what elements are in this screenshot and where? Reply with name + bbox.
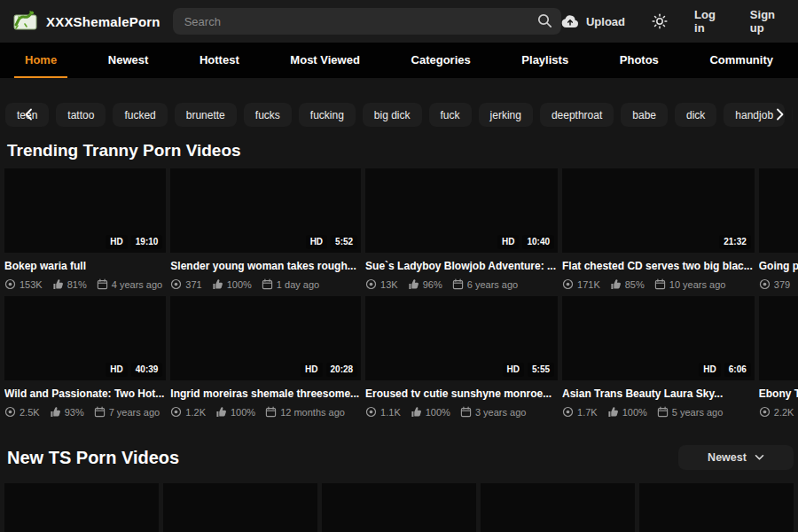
- video-thumbnail[interactable]: HD 5:52: [170, 168, 361, 253]
- theme-toggle-icon[interactable]: [652, 13, 668, 29]
- thumbs-up-icon: [52, 278, 64, 290]
- video-card[interactable]: HD 20:28 Ingrid moreiras shemale threeso…: [170, 296, 361, 418]
- tag-chip[interactable]: brunette: [175, 103, 237, 127]
- video-title[interactable]: Flat chested CD serves two big blac...: [562, 260, 755, 273]
- video-title[interactable]: Ingrid moreiras shemale threesome...: [170, 387, 361, 401]
- upload-age: 10 years ago: [669, 279, 726, 290]
- tag-chip[interactable]: dick: [675, 103, 716, 127]
- video-thumbnail[interactable]: HD 19:10: [4, 168, 166, 253]
- age-stat: 7 years ago: [94, 406, 160, 418]
- scroll-right-icon[interactable]: [771, 106, 787, 126]
- video-card[interactable]: HD 19:10 Bokep waria full 153K: [4, 168, 166, 290]
- nav-item[interactable]: Photos: [609, 43, 669, 78]
- tag-chip[interactable]: fucking: [299, 103, 356, 127]
- video-card[interactable]: HD 6:02 Going panty-free in a denim skir…: [759, 168, 798, 290]
- main-nav: Home Newest Hottest Most Viewed Categori…: [0, 43, 798, 78]
- hd-badge: HD: [301, 363, 322, 377]
- tag-chip[interactable]: c: [792, 103, 793, 127]
- video-stats: 13K 96% 6 years ago: [365, 278, 558, 290]
- nav-item[interactable]: Community: [699, 43, 784, 78]
- site-title: XXXShemalePorn: [46, 14, 160, 29]
- video-thumbnail[interactable]: HD 6:02: [759, 168, 798, 253]
- video-title[interactable]: Sue`s Ladyboy Blowjob Adventure: ...: [365, 260, 558, 273]
- views-icon: [4, 406, 16, 418]
- video-stats: 1.1K 100% 3 years ago: [365, 406, 558, 418]
- signup-link[interactable]: Sign up: [750, 8, 786, 35]
- calendar-icon: [452, 278, 464, 290]
- video-thumbnail[interactable]: HD 40:39: [4, 296, 166, 380]
- video-thumbnail[interactable]: [481, 483, 635, 532]
- video-thumbnail[interactable]: HD 10:40: [365, 168, 558, 253]
- video-thumbnail[interactable]: HD 6:06: [562, 296, 755, 380]
- video-card[interactable]: HD 6:06 Ebony TS Chanel Couture Assbangs…: [759, 296, 798, 418]
- new-section-title: New TS Porn Videos: [7, 447, 179, 468]
- video-card[interactable]: HD 40:39 Wild and Passionate: Two Hot...…: [4, 296, 166, 418]
- tag-list: teen tattoo fucked brunette fucks fuckin…: [5, 103, 793, 127]
- nav-item[interactable]: Categories: [401, 43, 481, 78]
- nav-item[interactable]: Hottest: [189, 43, 250, 78]
- search-input[interactable]: [173, 15, 561, 28]
- video-title[interactable]: Bokep waria full: [4, 260, 166, 273]
- upload-age: 4 years ago: [112, 279, 162, 290]
- views-icon: [365, 278, 377, 290]
- video-title[interactable]: Wild and Passionate: Two Hot...: [4, 387, 166, 401]
- upload-button[interactable]: Upload: [561, 14, 625, 28]
- hd-badge: HD: [503, 363, 524, 377]
- views-stat: 153K: [4, 278, 43, 290]
- video-card[interactable]: HD 5:52 Slender young woman takes rough.…: [170, 168, 361, 290]
- calendar-icon: [262, 278, 273, 290]
- tag-chip[interactable]: jerking: [479, 103, 533, 127]
- tag-chip[interactable]: fuck: [429, 103, 472, 127]
- upload-label: Upload: [586, 15, 625, 28]
- site-logo[interactable]: XXXShemalePorn: [12, 10, 160, 33]
- tag-chip[interactable]: tattoo: [56, 103, 106, 127]
- video-card[interactable]: HD 10:40 Sue`s Ladyboy Blowjob Adventure…: [365, 168, 558, 290]
- tag-chip[interactable]: fucks: [244, 103, 292, 127]
- video-stats: 2.5K 93% 7 years ago: [4, 406, 166, 418]
- age-stat: 1 day ago: [262, 278, 319, 290]
- thumbs-up-icon: [610, 278, 622, 290]
- video-thumbnail[interactable]: 21:32: [562, 168, 755, 253]
- views-count: 171K: [577, 279, 600, 290]
- header-actions: Upload Log in Sign up: [561, 8, 786, 35]
- views-stat: 371: [170, 278, 201, 290]
- calendar-icon: [654, 278, 666, 290]
- video-card[interactable]: 21:32 Flat chested CD serves two big bla…: [562, 168, 755, 290]
- thumbnail-badges: HD 10:40: [497, 235, 554, 249]
- video-card[interactable]: HD 5:55 Eroused tv cutie sunshyne monroe…: [365, 296, 558, 418]
- sort-dropdown[interactable]: Newest: [678, 445, 794, 470]
- views-icon: [4, 278, 16, 290]
- video-stats: 171K 85% 10 years ago: [562, 278, 755, 290]
- video-card[interactable]: HD 6:06 Asian Trans Beauty Laura Sky... …: [562, 296, 755, 418]
- video-title[interactable]: Slender young woman takes rough...: [170, 260, 361, 273]
- search-bar[interactable]: [173, 8, 561, 35]
- video-thumbnail[interactable]: HD 6:06: [759, 296, 798, 380]
- nav-item[interactable]: Newest: [98, 43, 160, 78]
- video-title[interactable]: Going panty-free in a denim skirt: a...: [759, 260, 798, 273]
- views-count: 2.2K: [774, 407, 794, 418]
- video-title[interactable]: Eroused tv cutie sunshyne monroe...: [365, 387, 558, 401]
- video-title[interactable]: Asian Trans Beauty Laura Sky...: [562, 387, 755, 401]
- nav-item[interactable]: Home: [14, 43, 67, 78]
- login-link[interactable]: Log in: [694, 8, 724, 35]
- video-thumbnail[interactable]: [639, 483, 794, 532]
- video-thumbnail[interactable]: [322, 483, 476, 532]
- nav-item[interactable]: Most Viewed: [279, 43, 371, 78]
- video-stats: 1.2K 100% 12 months ago: [170, 406, 361, 418]
- video-thumbnail[interactable]: HD 20:28: [170, 296, 361, 380]
- nav-item[interactable]: Playlists: [511, 43, 579, 78]
- tag-chip[interactable]: babe: [621, 103, 668, 127]
- tag-chip[interactable]: fucked: [113, 103, 167, 127]
- scroll-left-icon[interactable]: [21, 106, 37, 126]
- video-thumbnail[interactable]: [4, 483, 159, 532]
- tag-chip[interactable]: big dick: [363, 103, 422, 127]
- likes-percent: 93%: [65, 407, 84, 418]
- tag-chip[interactable]: deepthroat: [540, 103, 614, 127]
- tags-row: teen tattoo fucked brunette fucks fuckin…: [0, 103, 798, 127]
- video-title[interactable]: Ebony TS Chanel Couture Assbangs...: [759, 387, 798, 401]
- views-stat: 1.2K: [170, 406, 206, 418]
- likes-percent: 85%: [625, 279, 645, 290]
- video-thumbnail[interactable]: [163, 483, 317, 532]
- search-icon[interactable]: [536, 12, 553, 33]
- video-thumbnail[interactable]: HD 5:55: [365, 296, 558, 380]
